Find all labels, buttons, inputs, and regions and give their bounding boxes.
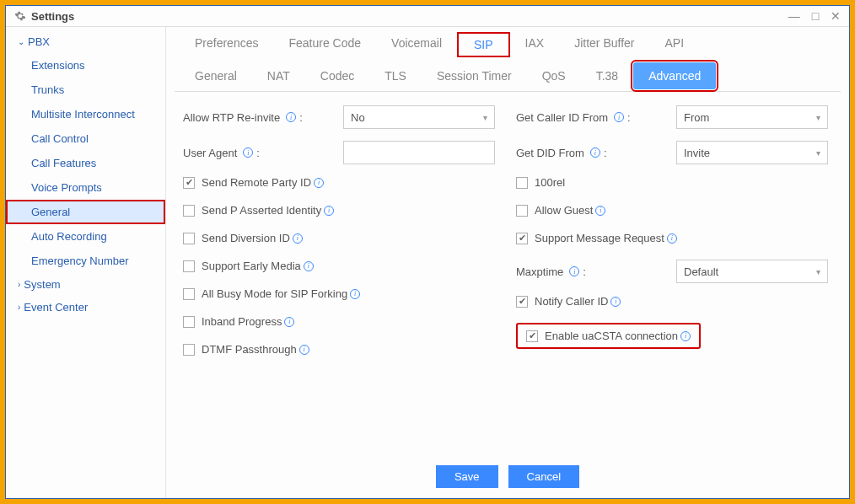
tab-api[interactable]: API [650,32,700,57]
label-get-caller-id: Get Caller ID From: [516,111,676,124]
tab-feature-code[interactable]: Feature Code [273,32,376,57]
info-icon[interactable] [680,331,691,341]
tab-sip[interactable]: SIP [457,32,510,57]
titlebar: Settings — □ ✕ [6,6,849,27]
info-icon[interactable] [314,178,324,188]
sidebar-item-multisite[interactable]: Multisite Interconnect [6,102,165,126]
subtab-tls[interactable]: TLS [369,62,422,91]
settings-window: Settings — □ ✕ ⌄PBX Extensions Trunks Mu… [5,5,850,499]
subtab-session-timer[interactable]: Session Timer [422,62,527,91]
subtab-codec[interactable]: Codec [305,62,369,91]
cancel-button[interactable]: Cancel [508,465,579,488]
chevron-right-icon: › [18,303,20,312]
info-icon[interactable] [350,289,360,299]
checkbox-send-p-asserted[interactable] [183,205,195,217]
checkbox-support-message-request[interactable] [516,233,528,244]
gear-icon [14,10,26,22]
highlight-enable-uacsta: Enable uaCSTA connection [516,323,701,349]
checkbox-notify-caller-id[interactable] [516,296,528,308]
tab-jitter-buffer[interactable]: Jitter Buffer [559,32,649,57]
sidebar-group-pbx[interactable]: ⌄PBX [6,30,165,53]
subtab-nat[interactable]: NAT [252,62,305,91]
checkbox-send-remote-party-id[interactable] [183,177,195,189]
info-icon[interactable] [324,206,334,216]
checkbox-send-diversion[interactable] [183,233,195,244]
sidebar: ⌄PBX Extensions Trunks Multisite Interco… [6,27,166,498]
form-col-left: Allow RTP Re-invite: No User Agent: Send… [183,105,499,453]
info-icon[interactable] [610,297,621,307]
tab-iax[interactable]: IAX [510,32,560,57]
sidebar-item-voice-prompts[interactable]: Voice Prompts [6,175,165,200]
sidebar-group-system[interactable]: ›System [6,273,165,296]
info-icon[interactable] [293,233,303,244]
checkbox-dtmf-passthrough[interactable] [183,344,195,356]
chevron-right-icon: › [18,280,20,289]
maximize-button[interactable]: □ [812,9,819,23]
select-get-caller-id[interactable]: From [676,105,828,129]
sub-tabs: General NAT Codec TLS Session Timer QoS … [175,62,841,92]
sidebar-item-trunks[interactable]: Trunks [6,78,165,102]
info-icon[interactable] [569,266,579,276]
subtab-general[interactable]: General [180,62,252,91]
form-col-right: Get Caller ID From: From Get DID From: I… [516,105,832,453]
info-icon[interactable] [243,147,253,158]
label-allow-rtp: Allow RTP Re-invite: [183,111,343,124]
input-user-agent[interactable] [343,141,495,164]
subtab-advanced[interactable]: Advanced [633,62,716,89]
save-button[interactable]: Save [436,465,498,488]
chevron-down-icon: ⌄ [18,37,24,46]
window-title: Settings [31,10,74,23]
body: ⌄PBX Extensions Trunks Multisite Interco… [6,27,849,498]
info-icon[interactable] [304,261,314,271]
select-maxptime[interactable]: Default [676,260,828,283]
checkbox-support-early-media[interactable] [183,260,195,272]
info-icon[interactable] [614,112,624,122]
label-get-did: Get DID From: [516,147,676,159]
checkbox-100rel[interactable] [516,177,528,189]
checkbox-all-busy-mode[interactable] [183,288,195,300]
main-tabs: Preferences Feature Code Voicemail SIP I… [175,27,841,62]
sidebar-item-call-control[interactable]: Call Control [6,126,165,151]
close-button[interactable]: ✕ [831,9,841,23]
info-icon[interactable] [667,233,677,244]
tab-preferences[interactable]: Preferences [180,32,273,57]
sidebar-item-call-features[interactable]: Call Features [6,151,165,175]
info-icon[interactable] [595,206,605,216]
sidebar-item-general[interactable]: General [6,200,165,224]
tab-voicemail[interactable]: Voicemail [376,32,457,57]
select-allow-rtp[interactable]: No [343,105,495,129]
info-icon[interactable] [286,112,296,122]
content: Preferences Feature Code Voicemail SIP I… [166,27,849,498]
sidebar-item-emergency-number[interactable]: Emergency Number [6,249,165,273]
label-user-agent: User Agent: [183,147,343,159]
form-area: Allow RTP Re-invite: No User Agent: Send… [175,92,841,457]
info-icon[interactable] [284,317,294,327]
minimize-button[interactable]: — [788,9,800,23]
checkbox-inband-progress[interactable] [183,316,195,328]
button-row: Save Cancel [175,457,841,498]
checkbox-allow-guest[interactable] [516,205,528,217]
checkbox-enable-uacsta[interactable] [526,330,538,342]
subtab-qos[interactable]: QoS [527,62,581,91]
sidebar-group-event-center[interactable]: ›Event Center [6,296,165,319]
info-icon[interactable] [590,147,600,158]
window-controls: — □ ✕ [780,9,841,23]
label-maxptime: Maxptime: [516,265,676,278]
sidebar-item-auto-recording[interactable]: Auto Recording [6,224,165,249]
info-icon[interactable] [299,345,309,355]
select-get-did[interactable]: Invite [676,141,828,164]
subtab-t38[interactable]: T.38 [581,62,633,91]
sidebar-item-extensions[interactable]: Extensions [6,53,165,78]
